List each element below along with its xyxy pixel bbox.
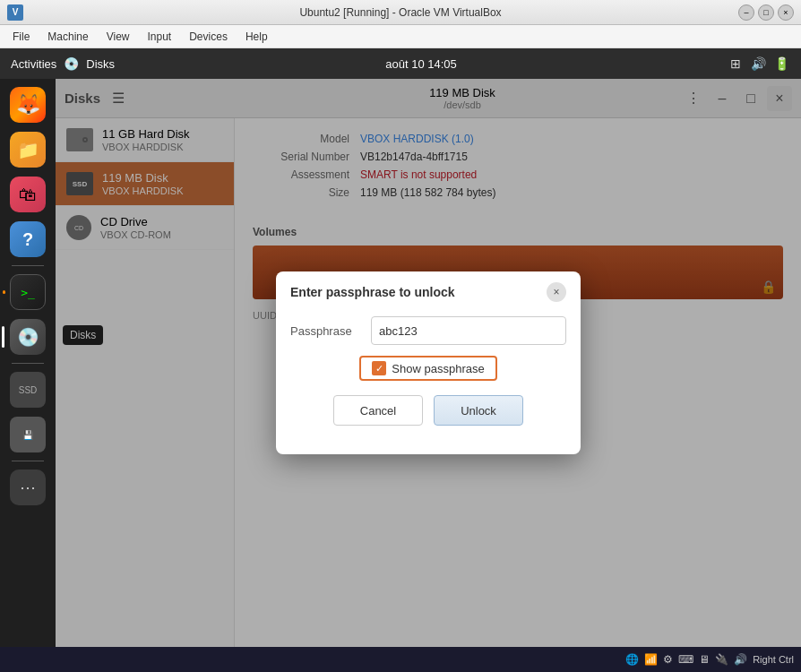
gnome-topbar-right: ⊞ 🔊 🔋: [728, 56, 790, 72]
passphrase-dialog: Enter passphrase to unlock × Passphrase …: [276, 271, 581, 454]
drive-icon: 💾: [10, 417, 46, 452]
cancel-button[interactable]: Cancel: [333, 395, 423, 426]
dialog-overlay: Enter passphrase to unlock × Passphrase …: [56, 79, 801, 647]
menu-machine[interactable]: Machine: [40, 29, 95, 45]
vbox-close-button[interactable]: ×: [778, 4, 794, 21]
dock-separator-2: [12, 363, 44, 364]
network-icon[interactable]: ⊞: [728, 56, 744, 72]
dock: 🦊 📁 🛍 ? >_: [0, 79, 56, 647]
dock-item-files[interactable]: 📁: [7, 129, 48, 170]
dock-item-terminal[interactable]: >_: [7, 271, 48, 313]
dialog-header: Enter passphrase to unlock ×: [276, 271, 581, 302]
vbox-maximize-button[interactable]: □: [758, 4, 774, 21]
software-icon: 🛍: [10, 177, 46, 212]
menu-view[interactable]: View: [99, 29, 137, 45]
show-passphrase-checkbox[interactable]: ✓: [372, 361, 386, 375]
activities-button[interactable]: Activities: [11, 57, 56, 71]
show-passphrase-label[interactable]: ✓ Show passphrase: [359, 356, 496, 381]
taskbar-usb-icon: 🔌: [715, 653, 728, 666]
dock-item-firefox[interactable]: 🦊: [7, 84, 48, 125]
menu-input[interactable]: Input: [141, 29, 179, 45]
ssd-icon: SSD: [10, 372, 46, 408]
gnome-topbar-center: août 10 14:05: [385, 57, 457, 71]
disks-icon: 💿: [10, 319, 46, 355]
dock-item-software[interactable]: 🛍: [7, 174, 48, 215]
right-ctrl-label: Right Ctrl: [753, 654, 794, 665]
dock-item-drive[interactable]: 💾: [7, 414, 48, 455]
passphrase-input[interactable]: [371, 316, 566, 345]
vbox-window: V Ubuntu2 [Running] - Oracle VM VirtualB…: [0, 0, 801, 672]
disks-window: Disks ☰ 119 MB Disk /dev/sdb ⋮ – □ ×: [56, 79, 801, 647]
dock-item-help[interactable]: ?: [7, 219, 48, 260]
battery-icon[interactable]: 🔋: [774, 56, 790, 72]
topbar-app-name: Disks: [86, 57, 115, 71]
taskbar-screen-icon: 🖥: [699, 653, 710, 666]
taskbar: 🌐 📶 ⚙ ⌨ 🖥 🔌 🔊 Right Ctrl: [0, 647, 801, 672]
passphrase-row: Passphrase: [290, 316, 566, 345]
gnome-topbar: Activities 💿 Disks août 10 14:05 ⊞ 🔊 🔋: [0, 48, 801, 79]
taskbar-keyboard-icon: ⌨: [678, 653, 693, 666]
ubuntu-desktop: Activities 💿 Disks août 10 14:05 ⊞ 🔊 🔋 🦊: [0, 48, 801, 672]
gnome-datetime: août 10 14:05: [385, 57, 457, 71]
gnome-topbar-left: Activities 💿 Disks: [11, 56, 115, 71]
show-passphrase-text: Show passphrase: [392, 362, 484, 375]
vbox-window-controls: – □ ×: [738, 4, 794, 21]
help-icon: ?: [10, 221, 46, 257]
dock-item-apps[interactable]: ⋯: [7, 467, 48, 508]
dock-item-ssd[interactable]: SSD: [7, 369, 48, 410]
dock-separator: [12, 265, 44, 266]
topbar-disk-icon: 💿: [64, 56, 79, 71]
dock-item-disks[interactable]: 💿 Disks: [7, 316, 48, 358]
volume-icon[interactable]: 🔊: [751, 56, 767, 72]
desktop-content: 🦊 📁 🛍 ? >_: [0, 79, 801, 647]
passphrase-label: Passphrase: [290, 324, 371, 338]
vbox-menubar: File Machine View Input Devices Help: [0, 25, 801, 48]
taskbar-audio-icon: 🔊: [734, 653, 747, 666]
taskbar-network-icon[interactable]: 🌐: [625, 653, 639, 666]
menu-help[interactable]: Help: [238, 29, 275, 45]
taskbar-settings-icon[interactable]: ⚙: [663, 653, 673, 666]
vbox-icon: V: [7, 4, 23, 21]
vbox-titlebar: V Ubuntu2 [Running] - Oracle VM VirtualB…: [0, 0, 801, 25]
unlock-button[interactable]: Unlock: [434, 395, 523, 426]
show-passphrase-row: ✓ Show passphrase: [290, 356, 566, 381]
menu-devices[interactable]: Devices: [182, 29, 235, 45]
dialog-close-button[interactable]: ×: [547, 282, 566, 302]
taskbar-signal-icon: 📶: [644, 653, 658, 666]
vbox-minimize-button[interactable]: –: [738, 4, 754, 21]
menu-file[interactable]: File: [5, 29, 37, 45]
terminal-icon: >_: [10, 274, 46, 310]
files-icon: 📁: [10, 132, 46, 168]
vbox-title: Ubuntu2 [Running] - Oracle VM VirtualBox: [299, 6, 501, 19]
dock-separator-3: [12, 461, 44, 461]
firefox-icon: 🦊: [10, 87, 46, 123]
dialog-title: Enter passphrase to unlock: [290, 285, 455, 299]
dialog-buttons: Cancel Unlock: [290, 395, 566, 440]
dialog-body: Passphrase ✓ Show passphrase Cancel: [276, 302, 581, 454]
apps-grid-icon: ⋯: [10, 470, 46, 505]
